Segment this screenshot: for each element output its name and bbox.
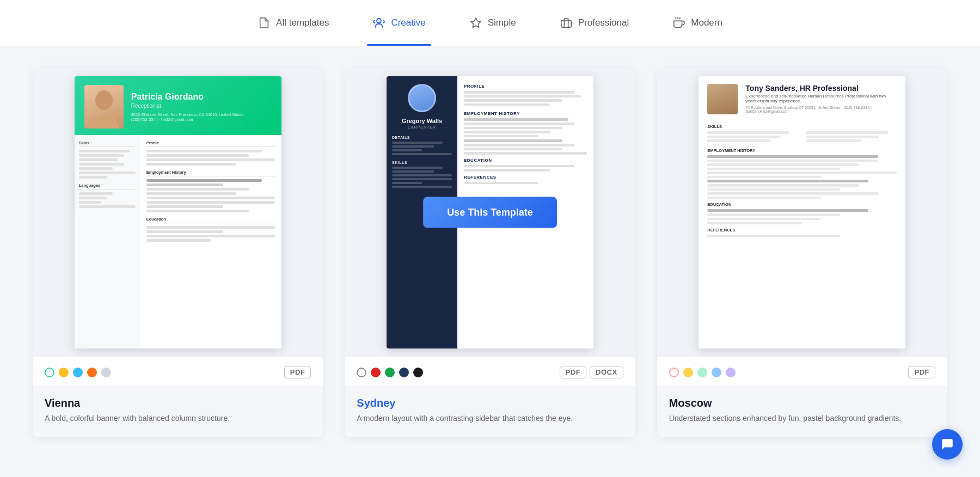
sydney-title: Sydney <box>357 397 623 409</box>
sydney-color-swatch-2[interactable] <box>385 368 395 377</box>
svg-point-6 <box>95 90 113 110</box>
template-card-sydney[interactable]: Gregory Walls Carpenter Details Skills <box>345 68 635 437</box>
template-nav: All templates Creative Simple Pr <box>0 0 980 46</box>
svg-marker-1 <box>471 18 481 27</box>
vienna-format-badges: PDF <box>284 366 311 378</box>
moscow-color-swatches <box>669 368 736 377</box>
color-swatch-2[interactable] <box>73 368 83 377</box>
vienna-preview: Patricia Giordano Receptionist 3620 Ella… <box>33 68 323 357</box>
nav-all-templates[interactable]: All templates <box>252 0 334 46</box>
color-swatch-1[interactable] <box>59 368 69 377</box>
nav-creative[interactable]: Creative <box>367 0 431 46</box>
moscow-color-swatch-1[interactable] <box>683 368 693 377</box>
color-swatch-0[interactable] <box>45 368 54 377</box>
nav-creative-label: Creative <box>391 17 425 28</box>
moscow-color-swatch-2[interactable] <box>697 368 707 377</box>
docx-badge-sydney: DOCX <box>590 366 623 378</box>
vienna-desc: A bold, colorful banner with balanced co… <box>45 413 311 424</box>
chat-button[interactable] <box>932 429 963 460</box>
nav-modern[interactable]: Modern <box>667 0 728 46</box>
svg-point-7 <box>88 115 120 129</box>
nav-modern-label: Modern <box>691 17 722 28</box>
svg-point-0 <box>377 19 381 23</box>
sydney-color-swatches <box>357 368 423 377</box>
vienna-color-swatches <box>45 368 111 377</box>
color-swatch-4[interactable] <box>101 368 111 377</box>
svg-rect-2 <box>561 20 571 27</box>
file-icon <box>258 16 271 29</box>
nav-simple[interactable]: Simple <box>464 0 522 46</box>
nav-all-templates-label: All templates <box>276 17 329 28</box>
chat-icon <box>940 437 954 451</box>
moscow-title: Moscow <box>669 397 935 409</box>
nav-professional-label: Professional <box>578 17 629 28</box>
modern-icon <box>672 16 685 29</box>
creative-icon <box>372 16 385 29</box>
vienna-info: Vienna A bold, colorful banner with bala… <box>33 386 323 437</box>
nav-professional[interactable]: Professional <box>554 0 635 46</box>
pdf-badge-sydney: PDF <box>560 366 587 378</box>
simple-icon <box>469 16 482 29</box>
sydney-info: Sydney A modern layout with a contrastin… <box>345 386 635 437</box>
sydney-desc: A modern layout with a contrasting sideb… <box>357 413 623 424</box>
pdf-badge-moscow: PDF <box>908 366 935 378</box>
moscow-color-swatch-4[interactable] <box>726 368 736 377</box>
templates-grid: Patricia Giordano Receptionist 3620 Ella… <box>0 46 980 459</box>
sydney-footer: PDF DOCX <box>345 357 635 386</box>
color-swatch-3[interactable] <box>87 368 97 377</box>
sydney-color-swatch-0[interactable] <box>357 368 366 377</box>
sydney-color-swatch-1[interactable] <box>371 368 381 377</box>
template-card-vienna[interactable]: Patricia Giordano Receptionist 3620 Ella… <box>33 68 323 437</box>
sydney-preview: Gregory Walls Carpenter Details Skills <box>345 68 635 357</box>
moscow-preview: Tony Sanders, HR Professional Experience… <box>657 68 947 357</box>
sydney-color-swatch-4[interactable] <box>413 368 423 377</box>
briefcase-icon <box>560 16 573 29</box>
moscow-info: Moscow Understated sections enhanced by … <box>657 386 947 437</box>
moscow-color-swatch-0[interactable] <box>669 368 679 377</box>
moscow-footer: PDF <box>657 357 947 386</box>
vienna-title: Vienna <box>45 397 311 409</box>
template-card-moscow[interactable]: Tony Sanders, HR Professional Experience… <box>657 68 947 437</box>
moscow-desc: Understated sections enhanced by fun, pa… <box>669 413 935 424</box>
moscow-color-swatch-3[interactable] <box>712 368 721 377</box>
vienna-footer: PDF <box>33 357 323 386</box>
sydney-format-badges: PDF DOCX <box>560 366 623 378</box>
sydney-color-swatch-3[interactable] <box>399 368 409 377</box>
pdf-badge-vienna: PDF <box>284 366 311 378</box>
use-template-btn-sydney[interactable]: Use This Template <box>423 197 557 228</box>
moscow-format-badges: PDF <box>908 366 935 378</box>
nav-simple-label: Simple <box>488 17 516 28</box>
